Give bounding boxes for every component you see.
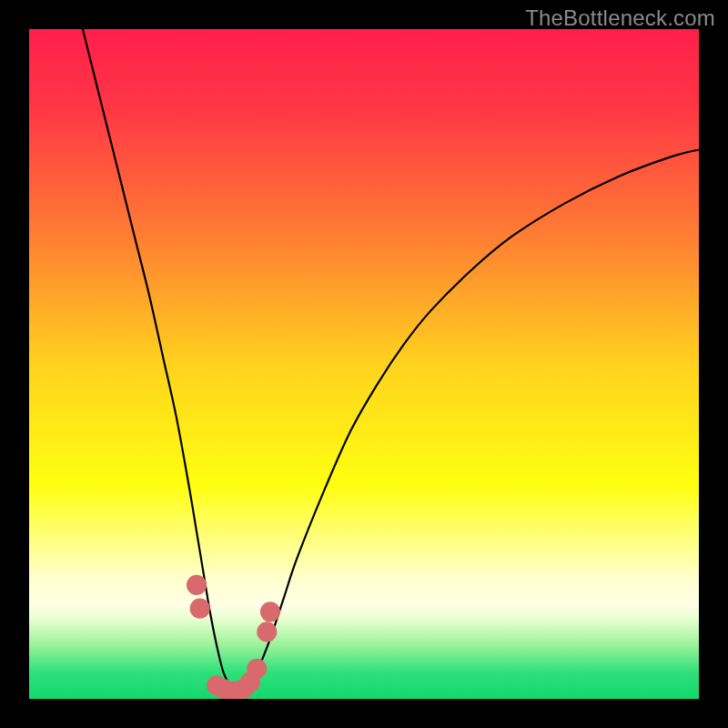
watermark-text: TheBottleneck.com — [525, 5, 715, 31]
plot-area — [29, 29, 699, 699]
chart-frame: TheBottleneck.com — [0, 0, 728, 728]
data-marker — [190, 599, 210, 619]
data-marker — [257, 622, 277, 642]
data-marker — [260, 602, 280, 622]
data-marker — [187, 575, 207, 595]
gradient-background — [29, 29, 699, 699]
chart-svg — [29, 29, 699, 699]
data-marker — [247, 659, 267, 679]
